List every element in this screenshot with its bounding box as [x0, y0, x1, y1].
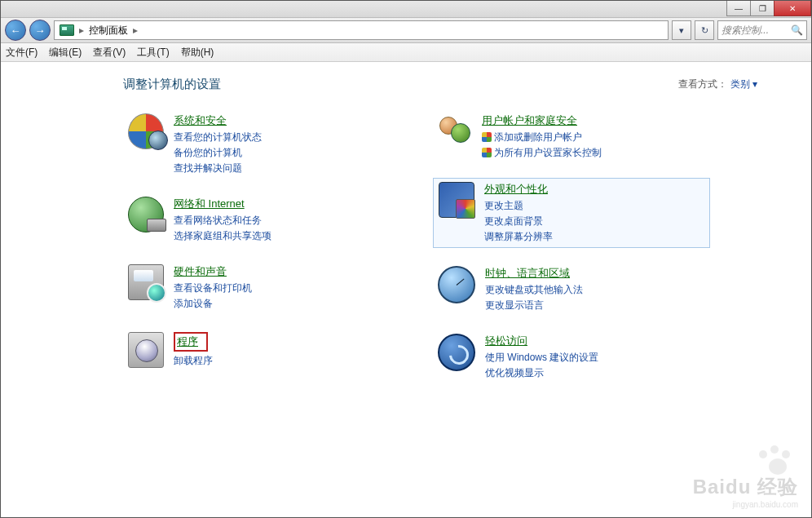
right-column: 用户帐户和家庭安全 添加或删除用户帐户 为所有用户设置家长控制 外观和个性化 更…: [433, 110, 710, 398]
category-link[interactable]: 使用 Windows 建议的设置: [485, 350, 598, 365]
menu-bar: 文件(F) 编辑(E) 查看(V) 工具(T) 帮助(H): [1, 43, 811, 62]
category-title[interactable]: 网络和 Internet: [174, 197, 245, 211]
category-link[interactable]: 查找并解决问题: [174, 161, 262, 175]
search-placeholder: 搜索控制...: [722, 24, 769, 38]
view-by-label: 查看方式：: [678, 78, 727, 90]
category-link[interactable]: 更改键盘或其他输入法: [485, 282, 583, 297]
category-link[interactable]: 添加或删除用户帐户: [482, 130, 602, 144]
watermark-paw-icon: [756, 445, 792, 478]
category-ease-of-access[interactable]: 轻松访问 使用 Windows 建议的设置 优化视频显示: [433, 330, 710, 383]
page-title: 调整计算机的设置: [123, 77, 221, 92]
category-appearance[interactable]: 外观和个性化 更改主题 更改桌面背景 调整屏幕分辨率: [433, 178, 710, 248]
uac-shield-icon: [482, 148, 492, 157]
category-hardware[interactable]: 硬件和声音 查看设备和打印机 添加设备: [123, 261, 400, 314]
category-title[interactable]: 硬件和声音: [174, 264, 227, 279]
address-dropdown-button[interactable]: ▾: [672, 20, 691, 40]
shield-icon: [128, 113, 164, 149]
watermark: Baidu 经验 jingyan.baidu.com: [693, 474, 798, 509]
category-title-highlighted[interactable]: 程序: [174, 332, 208, 352]
category-title[interactable]: 系统和安全: [174, 113, 227, 128]
back-button[interactable]: ←: [5, 20, 26, 41]
category-link[interactable]: 查看网络状态和任务: [174, 213, 271, 228]
category-link[interactable]: 备份您的计算机: [174, 145, 262, 160]
monitor-icon: [439, 182, 474, 218]
category-link[interactable]: 更改显示语言: [485, 298, 583, 312]
maximize-button[interactable]: ❐: [750, 1, 774, 16]
category-system-security[interactable]: 系统和安全 查看您的计算机状态 备份您的计算机 查找并解决问题: [123, 110, 400, 179]
menu-edit[interactable]: 编辑(E): [49, 46, 82, 60]
globe-icon: [128, 197, 164, 232]
category-title[interactable]: 时钟、语言和区域: [485, 266, 570, 281]
category-network[interactable]: 网络和 Internet 查看网络状态和任务 选择家庭组和共享选项: [123, 193, 400, 246]
disc-icon: [128, 332, 164, 368]
category-link[interactable]: 更改主题: [484, 198, 553, 213]
category-clock-language[interactable]: 时钟、语言和区域 更改键盘或其他输入法 更改显示语言: [433, 263, 710, 316]
category-link[interactable]: 添加设备: [174, 296, 252, 311]
header-row: 调整计算机的设置 查看方式： 类别 ▾: [123, 77, 787, 92]
address-field[interactable]: ▸ 控制面板 ▸: [54, 20, 669, 40]
breadcrumb-sep[interactable]: ▸: [133, 24, 138, 36]
search-input[interactable]: 搜索控制... 🔍: [717, 20, 807, 40]
category-link[interactable]: 更改桌面背景: [484, 214, 553, 228]
clock-icon: [438, 266, 475, 303]
category-link[interactable]: 优化视频显示: [485, 365, 598, 380]
left-column: 系统和安全 查看您的计算机状态 备份您的计算机 查找并解决问题 网络和 Inte…: [123, 110, 400, 398]
ease-icon: [438, 334, 475, 371]
forward-button[interactable]: →: [29, 20, 51, 41]
category-title[interactable]: 外观和个性化: [484, 182, 548, 197]
menu-tools[interactable]: 工具(T): [137, 46, 169, 60]
breadcrumb-sep: ▸: [79, 24, 84, 36]
category-title[interactable]: 轻松访问: [485, 334, 527, 348]
address-bar: ← → ▸ 控制面板 ▸ ▾ ↻ 搜索控制... 🔍: [1, 18, 811, 43]
printer-icon: [128, 264, 164, 300]
breadcrumb-location[interactable]: 控制面板: [89, 24, 128, 38]
category-link[interactable]: 调整屏幕分辨率: [484, 229, 553, 244]
content-area: 调整计算机的设置 查看方式： 类别 ▾ 系统和安全 查看您的计算机状态 备份您的…: [1, 62, 811, 398]
menu-file[interactable]: 文件(F): [6, 46, 38, 60]
category-link[interactable]: 卸载程序: [174, 353, 213, 368]
category-user-accounts[interactable]: 用户帐户和家庭安全 添加或删除用户帐户 为所有用户设置家长控制: [433, 110, 710, 163]
watermark-url: jingyan.baidu.com: [693, 500, 798, 509]
menu-view[interactable]: 查看(V): [93, 46, 126, 60]
category-link[interactable]: 选择家庭组和共享选项: [174, 228, 271, 243]
minimize-button[interactable]: —: [726, 1, 751, 16]
watermark-brand: Baidu 经验: [693, 476, 798, 498]
refresh-button[interactable]: ↻: [695, 20, 714, 40]
titlebar: — ❐ ✕: [1, 1, 811, 18]
category-link[interactable]: 查看设备和打印机: [174, 281, 252, 295]
category-columns: 系统和安全 查看您的计算机状态 备份您的计算机 查找并解决问题 网络和 Inte…: [123, 110, 787, 398]
menu-help[interactable]: 帮助(H): [181, 46, 214, 60]
close-button[interactable]: ✕: [774, 1, 811, 16]
category-title[interactable]: 用户帐户和家庭安全: [482, 113, 577, 128]
control-panel-icon: [60, 24, 74, 36]
category-programs[interactable]: 程序 卸载程序: [123, 329, 400, 371]
view-by-value[interactable]: 类别 ▾: [730, 78, 757, 90]
uac-shield-icon: [482, 132, 492, 142]
search-icon: 🔍: [791, 24, 803, 36]
category-link[interactable]: 查看您的计算机状态: [174, 130, 262, 144]
view-by: 查看方式： 类别 ▾: [678, 77, 757, 91]
category-link[interactable]: 为所有用户设置家长控制: [482, 145, 602, 160]
window-frame: — ❐ ✕ ← → ▸ 控制面板 ▸ ▾ ↻ 搜索控制... 🔍 文件(F) 编…: [0, 0, 812, 518]
users-icon: [438, 113, 472, 148]
